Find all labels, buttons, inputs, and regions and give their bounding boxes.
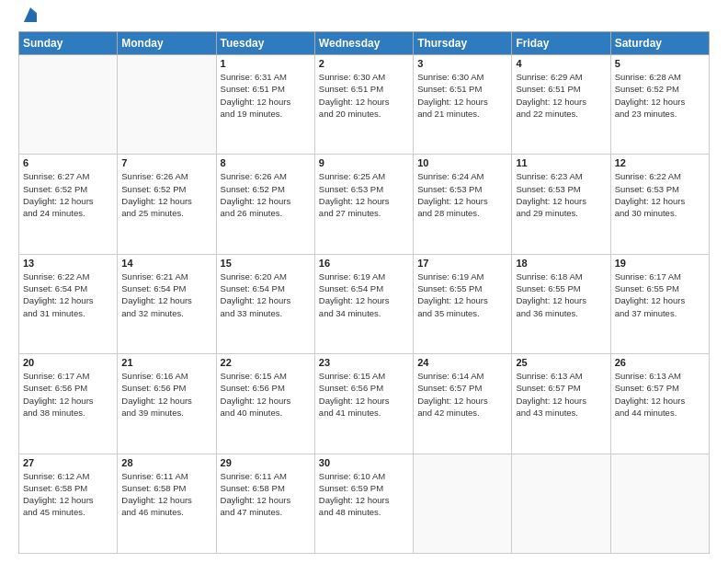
svg-marker-1: [24, 9, 37, 22]
day-number: 12: [615, 157, 705, 168]
day-info: Sunrise: 6:31 AMSunset: 6:51 PMDaylight:…: [221, 71, 311, 120]
day-info: Sunrise: 6:17 AMSunset: 6:56 PMDaylight:…: [23, 370, 113, 419]
day-number: 29: [221, 457, 311, 468]
day-number: 16: [319, 258, 409, 269]
table-row: 1Sunrise: 6:31 AMSunset: 6:51 PMDaylight…: [216, 55, 314, 155]
table-row: 12Sunrise: 6:22 AMSunset: 6:53 PMDayligh…: [610, 155, 709, 254]
calendar-table: Sunday Monday Tuesday Wednesday Thursday…: [18, 31, 710, 554]
col-saturday: Saturday: [610, 32, 709, 55]
logo-icon: [20, 6, 40, 26]
day-number: 8: [221, 157, 311, 168]
day-info: Sunrise: 6:29 AMSunset: 6:51 PMDaylight:…: [516, 71, 606, 120]
day-info: Sunrise: 6:26 AMSunset: 6:52 PMDaylight:…: [121, 170, 211, 219]
day-number: 15: [221, 258, 311, 269]
day-info: Sunrise: 6:22 AMSunset: 6:53 PMDaylight:…: [615, 170, 705, 219]
day-number: 20: [23, 357, 113, 368]
day-number: 13: [23, 258, 113, 269]
table-row: 28Sunrise: 6:11 AMSunset: 6:58 PMDayligh…: [118, 454, 216, 553]
calendar-week-row: 13Sunrise: 6:22 AMSunset: 6:54 PMDayligh…: [19, 254, 710, 353]
day-info: Sunrise: 6:17 AMSunset: 6:55 PMDaylight:…: [615, 270, 705, 319]
day-info: Sunrise: 6:30 AMSunset: 6:51 PMDaylight:…: [417, 71, 507, 120]
col-monday: Monday: [118, 32, 216, 55]
table-row: 20Sunrise: 6:17 AMSunset: 6:56 PMDayligh…: [19, 354, 118, 454]
table-row: [610, 454, 709, 553]
day-info: Sunrise: 6:21 AMSunset: 6:54 PMDaylight:…: [121, 270, 211, 319]
table-row: 27Sunrise: 6:12 AMSunset: 6:58 PMDayligh…: [19, 454, 118, 553]
table-row: 14Sunrise: 6:21 AMSunset: 6:54 PMDayligh…: [118, 254, 216, 353]
day-info: Sunrise: 6:14 AMSunset: 6:57 PMDaylight:…: [417, 370, 507, 419]
day-number: 27: [23, 457, 113, 468]
day-info: Sunrise: 6:12 AMSunset: 6:58 PMDaylight:…: [23, 470, 113, 519]
table-row: 22Sunrise: 6:15 AMSunset: 6:56 PMDayligh…: [216, 354, 314, 454]
table-row: 8Sunrise: 6:26 AMSunset: 6:52 PMDaylight…: [216, 155, 314, 254]
table-row: 9Sunrise: 6:25 AMSunset: 6:53 PMDaylight…: [314, 155, 413, 254]
day-number: 17: [417, 258, 507, 269]
day-info: Sunrise: 6:28 AMSunset: 6:52 PMDaylight:…: [615, 71, 705, 120]
day-number: 30: [319, 457, 409, 468]
table-row: 11Sunrise: 6:23 AMSunset: 6:53 PMDayligh…: [512, 155, 610, 254]
table-row: 25Sunrise: 6:13 AMSunset: 6:57 PMDayligh…: [512, 354, 610, 454]
calendar-week-row: 1Sunrise: 6:31 AMSunset: 6:51 PMDaylight…: [19, 55, 710, 155]
day-info: Sunrise: 6:15 AMSunset: 6:56 PMDaylight:…: [319, 370, 409, 419]
calendar-week-row: 6Sunrise: 6:27 AMSunset: 6:52 PMDaylight…: [19, 155, 710, 254]
day-info: Sunrise: 6:15 AMSunset: 6:56 PMDaylight:…: [221, 370, 311, 419]
day-number: 18: [516, 258, 606, 269]
table-row: [19, 55, 118, 155]
day-number: 14: [121, 258, 211, 269]
day-number: 25: [516, 357, 606, 368]
col-tuesday: Tuesday: [216, 32, 314, 55]
table-row: 29Sunrise: 6:11 AMSunset: 6:58 PMDayligh…: [216, 454, 314, 553]
table-row: 6Sunrise: 6:27 AMSunset: 6:52 PMDaylight…: [19, 155, 118, 254]
table-row: [512, 454, 610, 553]
table-row: 30Sunrise: 6:10 AMSunset: 6:59 PMDayligh…: [314, 454, 413, 553]
day-info: Sunrise: 6:25 AMSunset: 6:53 PMDaylight:…: [319, 170, 409, 219]
day-info: Sunrise: 6:22 AMSunset: 6:54 PMDaylight:…: [23, 270, 113, 319]
table-row: 13Sunrise: 6:22 AMSunset: 6:54 PMDayligh…: [19, 254, 118, 353]
day-info: Sunrise: 6:26 AMSunset: 6:52 PMDaylight:…: [221, 170, 311, 219]
day-info: Sunrise: 6:16 AMSunset: 6:56 PMDaylight:…: [121, 370, 211, 419]
table-row: 15Sunrise: 6:20 AMSunset: 6:54 PMDayligh…: [216, 254, 314, 353]
table-row: 5Sunrise: 6:28 AMSunset: 6:52 PMDaylight…: [610, 55, 709, 155]
col-friday: Friday: [512, 32, 610, 55]
day-info: Sunrise: 6:13 AMSunset: 6:57 PMDaylight:…: [615, 370, 705, 419]
header: [18, 15, 710, 22]
table-row: 16Sunrise: 6:19 AMSunset: 6:54 PMDayligh…: [314, 254, 413, 353]
table-row: 3Sunrise: 6:30 AMSunset: 6:51 PMDaylight…: [414, 55, 512, 155]
col-thursday: Thursday: [414, 32, 512, 55]
day-info: Sunrise: 6:20 AMSunset: 6:54 PMDaylight:…: [221, 270, 311, 319]
table-row: [414, 454, 512, 553]
day-info: Sunrise: 6:24 AMSunset: 6:53 PMDaylight:…: [417, 170, 507, 219]
day-info: Sunrise: 6:18 AMSunset: 6:55 PMDaylight:…: [516, 270, 606, 319]
logo: [18, 15, 40, 22]
day-info: Sunrise: 6:19 AMSunset: 6:55 PMDaylight:…: [417, 270, 507, 319]
table-row: 17Sunrise: 6:19 AMSunset: 6:55 PMDayligh…: [414, 254, 512, 353]
day-number: 9: [319, 157, 409, 168]
day-number: 4: [516, 58, 606, 69]
day-number: 6: [23, 157, 113, 168]
day-number: 1: [221, 58, 311, 69]
day-info: Sunrise: 6:13 AMSunset: 6:57 PMDaylight:…: [516, 370, 606, 419]
table-row: 21Sunrise: 6:16 AMSunset: 6:56 PMDayligh…: [118, 354, 216, 454]
day-info: Sunrise: 6:23 AMSunset: 6:53 PMDaylight:…: [516, 170, 606, 219]
day-number: 26: [615, 357, 705, 368]
table-row: 10Sunrise: 6:24 AMSunset: 6:53 PMDayligh…: [414, 155, 512, 254]
calendar-header-row: Sunday Monday Tuesday Wednesday Thursday…: [19, 32, 710, 55]
day-info: Sunrise: 6:11 AMSunset: 6:58 PMDaylight:…: [121, 470, 211, 519]
calendar-week-row: 27Sunrise: 6:12 AMSunset: 6:58 PMDayligh…: [19, 454, 710, 553]
day-number: 22: [221, 357, 311, 368]
day-number: 2: [319, 58, 409, 69]
day-number: 19: [615, 258, 705, 269]
table-row: 26Sunrise: 6:13 AMSunset: 6:57 PMDayligh…: [610, 354, 709, 454]
table-row: 4Sunrise: 6:29 AMSunset: 6:51 PMDaylight…: [512, 55, 610, 155]
day-info: Sunrise: 6:27 AMSunset: 6:52 PMDaylight:…: [23, 170, 113, 219]
day-number: 3: [417, 58, 507, 69]
day-info: Sunrise: 6:19 AMSunset: 6:54 PMDaylight:…: [319, 270, 409, 319]
col-wednesday: Wednesday: [314, 32, 413, 55]
day-number: 28: [121, 457, 211, 468]
day-info: Sunrise: 6:30 AMSunset: 6:51 PMDaylight:…: [319, 71, 409, 120]
day-number: 5: [615, 58, 705, 69]
table-row: 19Sunrise: 6:17 AMSunset: 6:55 PMDayligh…: [610, 254, 709, 353]
table-row: 7Sunrise: 6:26 AMSunset: 6:52 PMDaylight…: [118, 155, 216, 254]
calendar-week-row: 20Sunrise: 6:17 AMSunset: 6:56 PMDayligh…: [19, 354, 710, 454]
table-row: 2Sunrise: 6:30 AMSunset: 6:51 PMDaylight…: [314, 55, 413, 155]
